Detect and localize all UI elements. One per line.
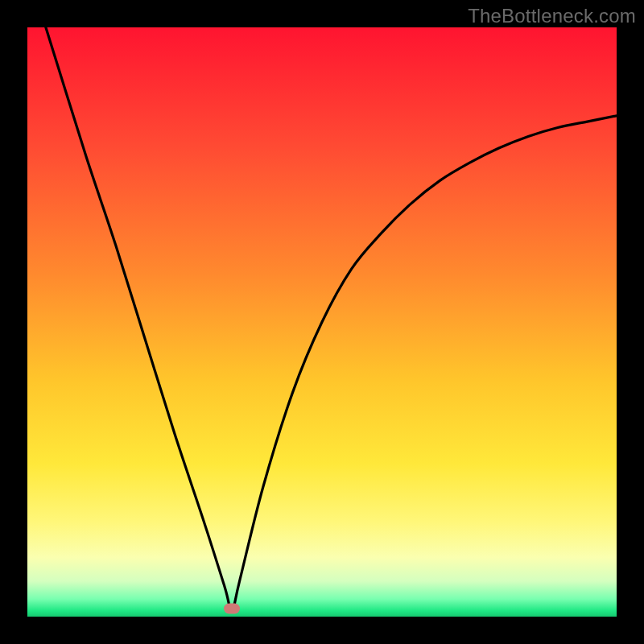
optimum-marker <box>224 604 240 614</box>
chart-frame: TheBottleneck.com <box>0 0 644 644</box>
bottleneck-curve <box>27 27 617 617</box>
watermark-text: TheBottleneck.com <box>468 5 636 27</box>
